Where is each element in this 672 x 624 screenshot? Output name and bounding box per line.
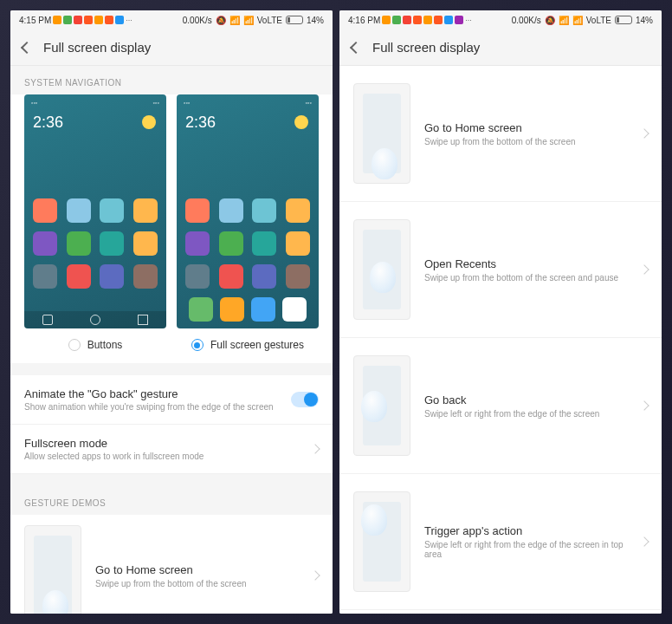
demo-subtitle: Swipe up from the bottom of the screen bbox=[95, 579, 298, 588]
animate-goback-row[interactable]: Animate the "Go back" gestureShow animat… bbox=[10, 375, 333, 425]
demo-title: Open Recents bbox=[424, 257, 627, 270]
battery-icon bbox=[615, 16, 632, 24]
gesture-illustration bbox=[353, 219, 410, 320]
chevron-right-icon bbox=[310, 570, 320, 580]
page-title: Full screen display bbox=[372, 40, 480, 55]
demo-app-action[interactable]: Trigger app's actionSwipe left or right … bbox=[339, 474, 662, 610]
toggle-switch[interactable] bbox=[291, 392, 319, 407]
data-rate: 0.00K/s bbox=[512, 16, 541, 25]
mute-icon: 🔕 bbox=[216, 16, 226, 25]
setting-subtitle: Allow selected apps to work in fullscree… bbox=[24, 452, 312, 461]
navigation-preview: ◦◦◦◦◦◦ 2:36 Buttons ◦◦◦◦◦◦ 2:36 Full scr… bbox=[10, 94, 333, 363]
app-icon bbox=[413, 16, 422, 24]
battery-pct: 14% bbox=[636, 16, 653, 25]
app-icon bbox=[105, 16, 113, 24]
app-icon bbox=[84, 16, 93, 24]
gesture-illustration bbox=[353, 83, 410, 184]
status-bar: 4:15 PM ··· 0.00K/s 🔕 📶 📶 VoLTE 14% bbox=[10, 10, 333, 29]
app-icon bbox=[434, 16, 443, 24]
option-label: Full screen gestures bbox=[210, 339, 304, 351]
app-icon bbox=[403, 16, 411, 24]
preview-buttons: ◦◦◦◦◦◦ 2:36 bbox=[24, 94, 166, 328]
demo-back[interactable]: Go backSwipe left or right from the edge… bbox=[339, 338, 662, 474]
volte-label: VoLTE bbox=[586, 16, 611, 25]
phone-right: 4:16 PM ··· 0.00K/s 🔕 📶 📶 VoLTE 14% Full… bbox=[339, 10, 662, 614]
demo-recents[interactable]: Open RecentsSwipe up from the bottom of … bbox=[339, 202, 662, 338]
signal-icon: 📶 bbox=[243, 16, 254, 25]
weather-icon bbox=[142, 115, 156, 129]
preview-clock: 2:36 bbox=[185, 114, 216, 132]
mute-icon: 🔕 bbox=[545, 16, 555, 25]
battery-icon bbox=[286, 16, 303, 24]
app-icon bbox=[392, 16, 401, 24]
demo-subtitle: Swipe up from the bottom of the screen a… bbox=[424, 273, 627, 283]
preview-clock: 2:36 bbox=[33, 114, 63, 132]
signal-icon: 📶 bbox=[572, 16, 583, 25]
demo-title: Trigger app's action bbox=[424, 524, 627, 537]
option-label: Buttons bbox=[87, 339, 123, 351]
gesture-illustration bbox=[353, 355, 410, 456]
more-icon: ··· bbox=[126, 16, 132, 24]
chevron-right-icon bbox=[639, 128, 649, 138]
demo-home[interactable]: Go to Home screenSwipe up from the botto… bbox=[339, 66, 662, 202]
section-header: GESTURE DEMOS bbox=[10, 486, 333, 515]
setting-subtitle: Show animation while you're swiping from… bbox=[24, 402, 291, 412]
more-icon: ··· bbox=[465, 16, 472, 24]
app-icon bbox=[423, 16, 432, 24]
demo-title: Go to Home screen bbox=[424, 121, 627, 134]
demo-title: Go to Home screen bbox=[95, 563, 298, 576]
app-icon bbox=[455, 16, 463, 24]
section-header: SYSTEM NAVIGATION bbox=[10, 66, 333, 94]
weather-icon bbox=[294, 115, 308, 129]
radio-buttons[interactable] bbox=[68, 339, 81, 351]
gesture-illustration bbox=[353, 491, 410, 592]
option-gestures[interactable]: ◦◦◦◦◦◦ 2:36 Full screen gestures bbox=[177, 94, 319, 351]
app-icon bbox=[74, 16, 82, 24]
demo-home[interactable]: Go to Home screenSwipe up from the botto… bbox=[10, 515, 333, 614]
status-time: 4:16 PM bbox=[348, 16, 380, 25]
preview-gestures: ◦◦◦◦◦◦ 2:36 bbox=[177, 94, 319, 328]
battery-pct: 14% bbox=[307, 16, 324, 25]
title-bar: Full screen display bbox=[339, 29, 662, 66]
demo-title: Go back bbox=[424, 393, 627, 406]
app-icon bbox=[94, 16, 103, 24]
volte-label: VoLTE bbox=[257, 16, 282, 25]
setting-title: Fullscreen mode bbox=[24, 437, 312, 450]
wifi-icon: 📶 bbox=[559, 16, 569, 25]
page-title: Full screen display bbox=[43, 40, 151, 55]
back-icon[interactable] bbox=[350, 41, 362, 53]
status-bar: 4:16 PM ··· 0.00K/s 🔕 📶 📶 VoLTE 14% bbox=[339, 10, 662, 29]
option-buttons[interactable]: ◦◦◦◦◦◦ 2:36 Buttons bbox=[24, 94, 166, 351]
title-bar: Full screen display bbox=[10, 29, 333, 66]
back-icon[interactable] bbox=[21, 41, 33, 53]
status-time: 4:15 PM bbox=[19, 16, 51, 25]
app-icon bbox=[115, 16, 124, 24]
demo-subtitle: Swipe up from the bottom of the screen bbox=[424, 137, 627, 146]
app-icon bbox=[53, 16, 61, 24]
fullscreen-mode-row[interactable]: Fullscreen modeAllow selected apps to wo… bbox=[10, 425, 333, 474]
chevron-right-icon bbox=[639, 400, 649, 410]
app-icon bbox=[444, 16, 453, 24]
wifi-icon: 📶 bbox=[229, 16, 240, 25]
setting-title: Animate the "Go back" gesture bbox=[24, 387, 291, 400]
chevron-right-icon bbox=[639, 264, 649, 274]
data-rate: 0.00K/s bbox=[183, 16, 212, 25]
demo-subtitle: Swipe left or right from the edge of the… bbox=[424, 540, 627, 559]
app-icon bbox=[382, 16, 391, 24]
chevron-right-icon bbox=[639, 536, 649, 546]
radio-gestures[interactable] bbox=[191, 339, 204, 351]
demo-subtitle: Swipe left or right from the edge of the… bbox=[424, 409, 627, 419]
app-icon bbox=[63, 16, 72, 24]
chevron-right-icon bbox=[310, 444, 320, 453]
gesture-illustration bbox=[24, 525, 81, 614]
phone-left: 4:15 PM ··· 0.00K/s 🔕 📶 📶 VoLTE 14% Full… bbox=[10, 10, 333, 614]
